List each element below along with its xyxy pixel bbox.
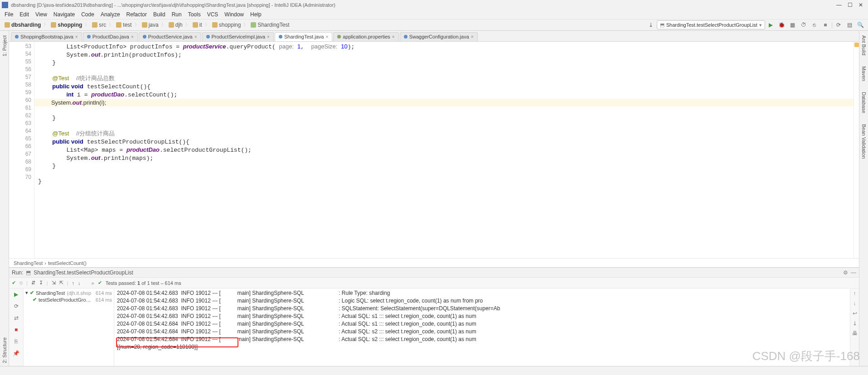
menu-help[interactable]: Help <box>247 11 264 18</box>
editor-tabs: ShoppingBootstrap.java× ProductDao.java×… <box>9 31 859 42</box>
warning-marker-icon[interactable] <box>854 43 859 47</box>
crumb-java[interactable]: java <box>140 22 160 28</box>
tree-root[interactable]: ▾✔ ShardingTest (djh.it.shop 614 ms <box>24 289 114 296</box>
close-icon[interactable]: × <box>131 34 134 39</box>
sort-alpha-icon[interactable]: ↧ <box>39 280 43 286</box>
tool-structure[interactable]: 2: Structure <box>2 335 7 366</box>
export-icon[interactable]: » <box>92 280 94 286</box>
show-passed-icon[interactable]: ✔ <box>12 280 16 286</box>
class-icon <box>251 22 256 28</box>
close-icon[interactable]: × <box>75 34 78 39</box>
show-ignored-icon[interactable]: ⦸ <box>19 280 23 286</box>
settings-icon[interactable]: ⚙ <box>843 269 848 276</box>
close-icon[interactable]: × <box>267 34 270 39</box>
close-icon[interactable]: × <box>325 34 328 39</box>
close-icon[interactable]: × <box>471 34 474 39</box>
soft-wrap-icon[interactable]: ↩ <box>853 310 857 317</box>
minimize-button[interactable]: — <box>834 2 844 8</box>
test-tree[interactable]: ▾✔ ShardingTest (djh.it.shop 614 ms ✔ te… <box>24 288 114 366</box>
method-breadcrumb[interactable]: ShardingTest›testSelectCount() <box>9 258 859 267</box>
java-icon <box>87 35 91 38</box>
menu-refactor[interactable]: Refactor <box>124 11 150 18</box>
console-output[interactable]: 2024-07-08 01:54:42.683 INFO 19012 --- [… <box>114 288 850 366</box>
folder-icon <box>212 22 218 28</box>
menu-analyze[interactable]: Analyze <box>98 11 123 18</box>
tab-productservice[interactable]: ProductService.java× <box>139 32 201 41</box>
vcs-update-button[interactable]: ⟳ <box>834 20 844 30</box>
menu-tools[interactable]: Tools <box>185 11 204 18</box>
print-icon[interactable]: 🖶 <box>852 330 858 337</box>
scroll-end-icon[interactable]: ⤓ <box>853 320 857 327</box>
tab-shardingtest[interactable]: ShardingTest.java× <box>275 32 332 41</box>
crumb-pkg2[interactable]: it <box>191 22 204 28</box>
tool-maven[interactable]: Maven <box>861 63 867 84</box>
crumb-pkg1[interactable]: djh <box>167 22 184 28</box>
coverage-button[interactable]: ▦ <box>788 20 798 30</box>
maximize-button[interactable]: ☐ <box>844 2 855 8</box>
java-icon <box>206 35 210 38</box>
error-stripe[interactable] <box>853 42 859 258</box>
next-icon[interactable]: ↓ <box>78 280 81 286</box>
rerun-failed-button[interactable]: ⟳ <box>12 302 20 310</box>
prev-icon[interactable]: ↑ <box>72 280 75 286</box>
tool-ant[interactable]: Ant Build <box>861 33 867 58</box>
project-structure-button[interactable]: ▤ <box>844 20 854 30</box>
menu-vcs[interactable]: VCS <box>204 11 221 18</box>
tab-shoppingbootstrap[interactable]: ShoppingBootstrap.java× <box>11 32 82 41</box>
scroll-up-icon[interactable]: ↑ <box>853 290 856 297</box>
code-area[interactable]: List<ProductInfo> productInfos = product… <box>34 42 853 258</box>
tree-test[interactable]: ✔ testSelectProductGro… 614 ms <box>24 296 114 303</box>
debug-button[interactable]: 🐞 <box>777 20 787 30</box>
title-bar: dbsharding [D:\java-test\idea2019\dbshar… <box>0 0 868 10</box>
window-title: dbsharding [D:\java-test\idea2019\dbshar… <box>11 2 335 8</box>
pin-button[interactable]: 📌 <box>12 349 20 357</box>
crumb-test[interactable]: test <box>114 22 133 28</box>
collapse-icon[interactable]: ⇱ <box>59 280 63 286</box>
tool-project[interactable]: 1: Project <box>2 33 7 59</box>
stop-button[interactable]: ■ <box>820 20 830 30</box>
run-button[interactable]: ▶ <box>766 20 776 30</box>
expand-icon[interactable]: ⇲ <box>52 280 56 286</box>
menu-bar[interactable]: File Edit View Navigate Code Analyze Ref… <box>0 10 868 19</box>
close-button[interactable]: ✕ <box>855 2 866 8</box>
menu-run[interactable]: Run <box>169 11 184 18</box>
toggle-auto-button[interactable]: ⇄ <box>12 314 20 322</box>
tool-database[interactable]: Database <box>861 89 867 116</box>
menu-window[interactable]: Window <box>222 11 247 18</box>
crumb-src[interactable]: src <box>90 22 108 28</box>
run-side-toolbar: ▶ ⟳ ⇄ ■ ⎘ 📌 <box>9 288 24 366</box>
profile-button[interactable]: ⏱ <box>799 20 809 30</box>
menu-view[interactable]: View <box>33 11 50 18</box>
run-configuration-select[interactable]: ⬒ ShardingTest.testSelectProductGroupLis… <box>657 20 765 29</box>
search-button[interactable]: 🔍 <box>855 20 865 30</box>
menu-code[interactable]: Code <box>78 11 97 18</box>
menu-navigate[interactable]: Navigate <box>51 11 78 18</box>
crumb-root[interactable]: dbsharding <box>3 22 43 28</box>
editor-gutter[interactable]: 53 54 55 56 57 58 59 60 61 62 63 64 65 6… <box>9 42 34 258</box>
crumb-pkg3[interactable]: shopping <box>210 22 243 28</box>
crumb-module[interactable]: shopping <box>49 22 84 28</box>
sort-icon[interactable]: ⇵ <box>31 280 35 286</box>
build-button[interactable]: ⤓ <box>646 20 656 30</box>
close-icon[interactable]: × <box>194 34 197 39</box>
scroll-down-icon[interactable]: ↓ <box>853 300 856 307</box>
stop-tests-button[interactable]: ■ <box>12 326 20 334</box>
tool-bean-validation[interactable]: Bean Validation <box>861 121 867 161</box>
rerun-button[interactable]: ▶ <box>12 290 20 298</box>
tab-applicationprops[interactable]: application.properties× <box>333 32 398 41</box>
hide-icon[interactable]: — <box>851 269 856 276</box>
java-icon <box>143 35 146 38</box>
tab-productdao[interactable]: ProductDao.java× <box>83 32 138 41</box>
menu-edit[interactable]: Edit <box>17 11 32 18</box>
close-icon[interactable]: × <box>392 34 395 39</box>
menu-file[interactable]: File <box>2 11 16 18</box>
code-editor[interactable]: 53 54 55 56 57 58 59 60 61 62 63 64 65 6… <box>9 42 859 258</box>
dump-button[interactable]: ⎘ <box>12 337 20 346</box>
crumb-class[interactable]: ShardingTest <box>249 22 291 28</box>
right-tool-sidebar: Ant Build Maven Database Bean Validation <box>859 31 868 366</box>
attach-button[interactable]: ⎋ <box>810 20 820 30</box>
tab-swaggerconfig[interactable]: SwaggerConfiguration.java× <box>400 32 478 41</box>
properties-icon <box>337 35 341 38</box>
menu-build[interactable]: Build <box>150 11 168 18</box>
tab-productserviceimpl[interactable]: ProductServiceImpl.java× <box>202 32 274 41</box>
